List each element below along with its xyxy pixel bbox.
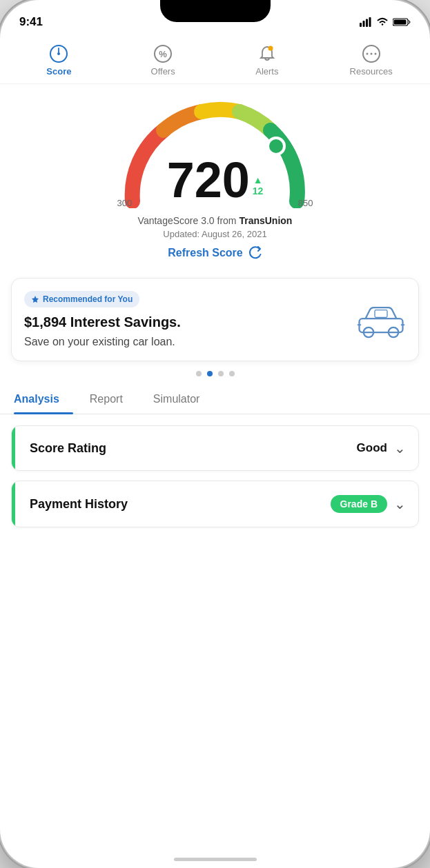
status-icons [360,17,411,27]
dot-2[interactable] [207,371,213,376]
dot-3[interactable] [218,371,224,376]
svg-rect-5 [394,20,407,25]
svg-rect-1 [363,21,365,27]
score-rating-label: Score Rating [24,441,106,456]
tab-score[interactable]: Score [35,44,83,77]
offers-tab-icon: % [153,44,173,63]
simulator-tab-label: Simulator [153,393,200,405]
svg-rect-0 [360,23,362,27]
svg-point-16 [268,138,284,154]
badge-label: Recommended for You [43,294,133,304]
grade-badge: Grade B [331,495,387,513]
dot-4[interactable] [229,371,235,376]
alerts-tab-label: Alerts [255,66,278,77]
gauge-max: 850 [298,198,313,208]
signal-icon [360,17,372,27]
dot-1[interactable] [196,371,202,376]
score-tab-label: Score [46,66,71,77]
score-tab-icon [49,44,68,63]
score-display: 720 ▲ 12 [167,155,264,205]
analysis-tabs: Analysis Report Simulator [0,385,430,414]
payment-history-chevron: ⌄ [394,496,406,512]
refresh-icon [248,246,262,260]
tab-analysis[interactable]: Analysis [14,385,73,414]
score-source: VantageScore 3.0 from TransUnion [138,215,293,226]
tab-alerts[interactable]: Alerts [243,44,291,77]
score-change: ▲ 12 [253,174,264,196]
alerts-tab-icon [257,44,277,63]
card-section: Recommended for You $1,894 Interest Savi… [0,278,430,361]
analysis-section: Score Rating Good ⌄ Payment History Grad… [0,414,430,527]
star-icon [31,295,39,303]
svg-rect-23 [375,310,387,317]
tab-simulator[interactable]: Simulator [153,385,214,414]
payment-history-card[interactable]: Payment History Grade B ⌄ [11,481,419,527]
card-title: $1,894 Interest Savings. [24,314,349,330]
score-rating-card[interactable]: Score Rating Good ⌄ [11,425,419,471]
payment-history-right: Grade B ⌄ [331,495,406,513]
home-indicator [174,858,257,861]
score-updated: Updated: August 26, 2021 [163,229,266,239]
resources-tab-icon [362,44,381,63]
card-subtitle: Save on your existing car loan. [24,336,349,348]
score-section: 720 ▲ 12 300 850 VantageScore 3.0 from T… [0,84,430,278]
svg-point-13 [366,53,368,55]
status-time: 9:41 [19,15,43,29]
wifi-icon [376,17,389,27]
nav-tabs: Score % Offers Alerts [0,34,430,84]
svg-rect-3 [369,17,371,27]
score-provider: TransUnion [239,215,292,226]
battery-icon [393,17,411,27]
car-icon [356,301,406,339]
tab-offers[interactable]: % Offers [139,44,187,77]
refresh-label: Refresh Score [168,247,243,259]
svg-rect-2 [366,19,368,28]
status-bar: 9:41 [0,0,430,34]
analysis-tab-label: Analysis [14,393,59,405]
svg-point-15 [374,53,376,55]
score-rating-right: Good ⌄ [357,440,406,456]
score-arrow-icon: ▲ [253,174,263,185]
svg-marker-17 [32,296,39,303]
resources-tab-label: Resources [350,66,393,77]
phone-frame: 9:41 [0,0,430,868]
recommended-badge: Recommended for You [24,291,139,307]
report-tab-label: Report [90,393,123,405]
svg-rect-18 [360,319,403,332]
offers-tab-label: Offers [151,66,175,77]
svg-point-11 [268,46,273,51]
recommendation-card[interactable]: Recommended for You $1,894 Interest Savi… [11,278,419,361]
payment-history-label: Payment History [24,497,128,512]
score-rating-value: Good [357,441,387,455]
card-left: Recommended for You $1,894 Interest Savi… [24,291,349,348]
tab-resources[interactable]: Resources [347,44,395,77]
carousel-dots [0,371,430,376]
gauge-min: 300 [117,198,133,208]
refresh-score-button[interactable]: Refresh Score [168,246,262,260]
gauge-container: 720 ▲ 12 300 850 [112,98,319,208]
score-source-text: VantageScore 3.0 from [138,215,237,226]
score-rating-chevron: ⌄ [394,440,406,456]
score-value: 720 [167,155,250,205]
svg-text:%: % [159,49,167,59]
svg-point-14 [370,53,372,55]
tab-report[interactable]: Report [90,385,137,414]
score-delta: 12 [253,185,264,196]
